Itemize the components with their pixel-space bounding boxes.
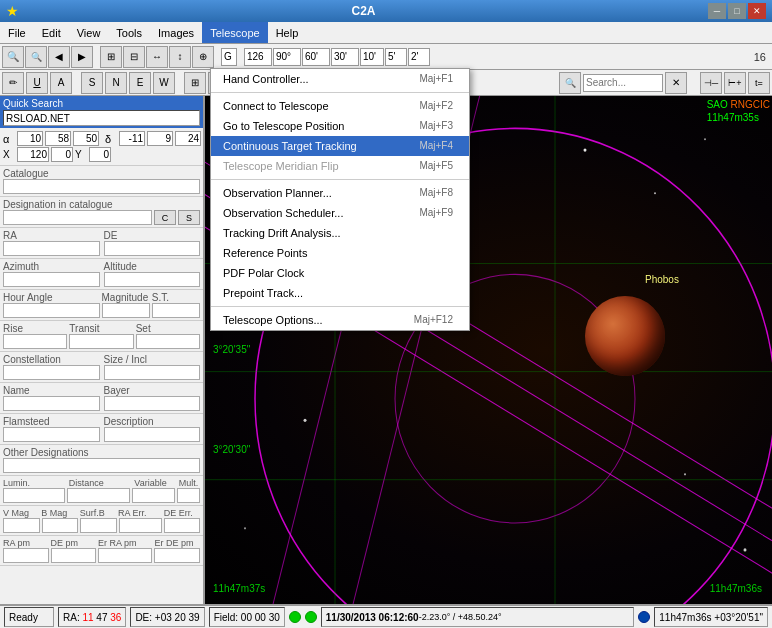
val2-input[interactable] bbox=[408, 48, 430, 66]
x1-input[interactable] bbox=[17, 147, 49, 162]
menu-help[interactable]: Help bbox=[268, 22, 307, 43]
minimize-button[interactable]: ─ bbox=[708, 3, 726, 19]
t-plus-button[interactable]: ⊢+ bbox=[724, 72, 746, 94]
search2-button[interactable]: 🔍 bbox=[559, 72, 581, 94]
val90-input[interactable] bbox=[273, 48, 301, 66]
azimuth-input[interactable] bbox=[3, 272, 100, 287]
alpha-m-input[interactable] bbox=[45, 131, 71, 146]
designation-input[interactable] bbox=[3, 210, 152, 225]
back-button[interactable]: ◀ bbox=[48, 46, 70, 68]
er-depm-input[interactable] bbox=[154, 548, 200, 563]
maximize-button[interactable]: □ bbox=[728, 3, 746, 19]
magnitude-input[interactable] bbox=[102, 303, 150, 318]
search2-input[interactable] bbox=[583, 74, 663, 92]
ra-input[interactable] bbox=[3, 241, 100, 256]
constellation-input[interactable] bbox=[3, 365, 100, 380]
val10-input[interactable] bbox=[360, 48, 384, 66]
c-button[interactable]: C bbox=[154, 210, 176, 225]
menu-prepoint-track[interactable]: Prepoint Track... bbox=[211, 283, 469, 303]
size-incl-input[interactable] bbox=[104, 365, 201, 380]
t-minus-button[interactable]: ⊣─ bbox=[700, 72, 722, 94]
bmag-input[interactable] bbox=[42, 518, 79, 533]
menu-pdf-polar[interactable]: PDF Polar Clock bbox=[211, 263, 469, 283]
menu-tools[interactable]: Tools bbox=[108, 22, 150, 43]
t-eq-button[interactable]: t= bbox=[748, 72, 770, 94]
grid-button[interactable]: ⊞ bbox=[100, 46, 122, 68]
flamsteed-input[interactable] bbox=[3, 427, 100, 442]
menu-connect-telescope[interactable]: Connect to Telescope Maj+F2 bbox=[211, 96, 469, 116]
menu-file[interactable]: File bbox=[0, 22, 34, 43]
distance-input[interactable] bbox=[67, 488, 129, 503]
y1-input[interactable] bbox=[89, 147, 111, 162]
x2-input[interactable] bbox=[51, 147, 73, 162]
depm-input[interactable] bbox=[51, 548, 97, 563]
menu-goto-telescope[interactable]: Go to Telescope Position Maj+F3 bbox=[211, 116, 469, 136]
crosshair-button[interactable]: ⊕ bbox=[192, 46, 214, 68]
rade-group: RA DE bbox=[0, 228, 203, 259]
close-button[interactable]: ✕ bbox=[748, 3, 766, 19]
menu-view[interactable]: View bbox=[69, 22, 109, 43]
mult-input[interactable] bbox=[177, 488, 200, 503]
menu-tracking-drift[interactable]: Tracking Drift Analysis... bbox=[211, 223, 469, 243]
menu-images[interactable]: Images bbox=[150, 22, 202, 43]
menu-hand-controller[interactable]: Hand Controller... Maj+F1 bbox=[211, 69, 469, 89]
delta-s-input[interactable] bbox=[175, 131, 201, 146]
tracking-drift-label: Tracking Drift Analysis... bbox=[223, 227, 341, 239]
delta-m-input[interactable] bbox=[147, 131, 173, 146]
s-button[interactable]: S bbox=[81, 72, 103, 94]
surfb-input[interactable] bbox=[80, 518, 117, 533]
variable-input[interactable] bbox=[132, 488, 175, 503]
vmag-input[interactable] bbox=[3, 518, 40, 533]
rise-input[interactable] bbox=[3, 334, 67, 349]
st-input[interactable] bbox=[152, 303, 200, 318]
font-button[interactable]: A bbox=[50, 72, 72, 94]
s2-button[interactable]: S bbox=[178, 210, 200, 225]
g-input[interactable] bbox=[221, 48, 237, 66]
other-design-input[interactable] bbox=[3, 458, 200, 473]
w-button[interactable]: W bbox=[153, 72, 175, 94]
horiz-button[interactable]: ↔ bbox=[146, 46, 168, 68]
set-input[interactable] bbox=[136, 334, 200, 349]
description-input[interactable] bbox=[104, 427, 201, 442]
grid2-button[interactable]: ⊟ bbox=[123, 46, 145, 68]
val126-input[interactable] bbox=[244, 48, 272, 66]
menu-reference-points[interactable]: Reference Points bbox=[211, 243, 469, 263]
quick-search-input[interactable] bbox=[3, 110, 200, 126]
zoom-in-button[interactable]: 🔍 bbox=[2, 46, 24, 68]
alpha-h-input[interactable] bbox=[17, 131, 43, 146]
hour-angle-input[interactable] bbox=[3, 303, 100, 318]
underline-button[interactable]: U bbox=[26, 72, 48, 94]
deerr-input[interactable] bbox=[164, 518, 201, 533]
rapm-input[interactable] bbox=[3, 548, 49, 563]
bayer-input[interactable] bbox=[104, 396, 201, 411]
n-button[interactable]: N bbox=[105, 72, 127, 94]
transit-input[interactable] bbox=[69, 334, 133, 349]
zoom-out-button[interactable]: 🔍 bbox=[25, 46, 47, 68]
alpha-s-input[interactable] bbox=[73, 131, 99, 146]
menu-obs-planner[interactable]: Observation Planner... Maj+F8 bbox=[211, 183, 469, 203]
menu-obs-scheduler[interactable]: Observation Scheduler... Maj+F9 bbox=[211, 203, 469, 223]
lumin-input[interactable] bbox=[3, 488, 65, 503]
raerr-input[interactable] bbox=[119, 518, 162, 533]
val30-input[interactable] bbox=[331, 48, 359, 66]
delta-d-input[interactable] bbox=[119, 131, 145, 146]
draw-button[interactable]: ✏ bbox=[2, 72, 24, 94]
e-button[interactable]: E bbox=[129, 72, 151, 94]
close2-button[interactable]: ✕ bbox=[665, 72, 687, 94]
name-input[interactable] bbox=[3, 396, 100, 411]
grid3-button[interactable]: ⊞ bbox=[184, 72, 206, 94]
vert-button[interactable]: ↕ bbox=[169, 46, 191, 68]
er-rapm-input[interactable] bbox=[98, 548, 152, 563]
menu-telescope[interactable]: Telescope bbox=[202, 22, 268, 43]
menu-meridian-flip[interactable]: Telescope Meridian Flip Maj+F5 bbox=[211, 156, 469, 176]
menu-edit[interactable]: Edit bbox=[34, 22, 69, 43]
phobos-label: Phobos bbox=[645, 274, 679, 285]
val60-input[interactable] bbox=[302, 48, 330, 66]
menu-telescope-options[interactable]: Telescope Options... Maj+F12 bbox=[211, 310, 469, 330]
altitude-input[interactable] bbox=[104, 272, 201, 287]
forward-button[interactable]: ▶ bbox=[71, 46, 93, 68]
catalogue-input[interactable] bbox=[3, 179, 200, 194]
val5-input[interactable] bbox=[385, 48, 407, 66]
menu-continuous-tracking[interactable]: Continuous Target Tracking Maj+F4 bbox=[211, 136, 469, 156]
de-input[interactable] bbox=[104, 241, 201, 256]
